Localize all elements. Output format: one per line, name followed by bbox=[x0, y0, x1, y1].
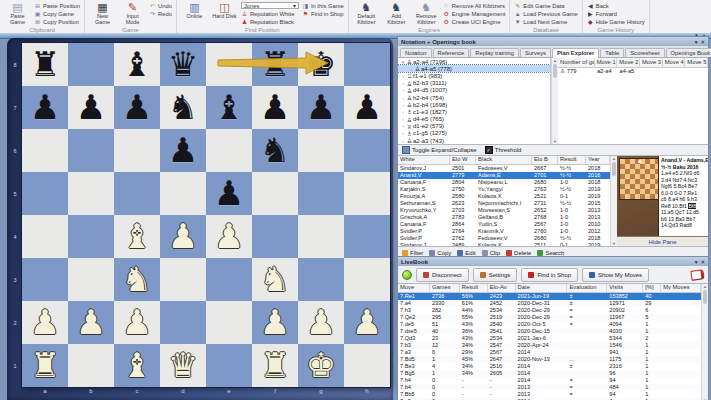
square-d8[interactable]: ♛ bbox=[160, 43, 206, 86]
game-row[interactable]: Karjakin,S2750Yu,Yangyi2763½-½2019 bbox=[398, 186, 610, 193]
square-d4[interactable]: ♟ bbox=[160, 215, 206, 258]
ribbon-item-load-previous-game[interactable]: ▲Load Previous Game bbox=[514, 10, 577, 17]
plan-table-row[interactable]: ♙ 779a2-a4a4-a5 bbox=[558, 68, 708, 76]
disconnect-button[interactable]: Disconnect bbox=[416, 268, 469, 282]
plan-tree-item[interactable]: ›♙d4-e5 (765) bbox=[398, 116, 550, 123]
ribbon-item-edit-game-data[interactable]: ✎Edit Game Data bbox=[514, 2, 577, 9]
square-e8[interactable] bbox=[206, 43, 252, 86]
square-h2[interactable]: ♟ bbox=[344, 301, 390, 344]
connection-status-icon[interactable] bbox=[402, 270, 412, 280]
white-rook[interactable]: ♜ bbox=[252, 344, 298, 387]
livebook-row[interactable]: 7.h40--2014=941 bbox=[398, 377, 701, 384]
tab-surveys[interactable]: Surveys bbox=[520, 48, 551, 57]
black-pawn[interactable]: ♟ bbox=[22, 86, 68, 129]
ribbon-item-copy-game[interactable]: ▣Copy Game bbox=[34, 10, 80, 17]
livebook-title-bar[interactable]: LiveBook ▾ ✕ bbox=[398, 257, 708, 266]
column-header-move[interactable]: Move bbox=[398, 284, 430, 292]
white-pawn[interactable]: ♟ bbox=[160, 215, 206, 258]
square-b1[interactable] bbox=[68, 344, 114, 387]
square-b4[interactable] bbox=[68, 215, 114, 258]
search-button[interactable]: Search bbox=[537, 250, 564, 256]
square-h6[interactable] bbox=[344, 129, 390, 172]
square-g2[interactable]: ♟ bbox=[298, 301, 344, 344]
square-d2[interactable] bbox=[160, 301, 206, 344]
plan-tree-item[interactable]: ›♕d1-e2 (579) bbox=[398, 123, 550, 130]
white-pawn[interactable]: ♟ bbox=[22, 301, 68, 344]
livebook-row[interactable]: 7.h328244%25342020-Dec-29=209026 bbox=[398, 307, 701, 314]
square-f1[interactable]: ♜ bbox=[252, 344, 298, 387]
find-in-shop-button[interactable]: Find in Shop bbox=[521, 268, 578, 282]
black-knight[interactable]: ♞ bbox=[252, 129, 298, 172]
square-f4[interactable] bbox=[252, 215, 298, 258]
ribbon-item-engine-management[interactable]: ⚙Engine Management bbox=[443, 10, 506, 17]
square-h4[interactable] bbox=[344, 215, 390, 258]
black-queen[interactable]: ♛ bbox=[160, 43, 206, 86]
white-pawn[interactable]: ♟ bbox=[68, 301, 114, 344]
white-pawn[interactable]: ♟ bbox=[298, 301, 344, 344]
current-move[interactable]: Bf8 bbox=[688, 203, 696, 209]
square-g6[interactable] bbox=[298, 129, 344, 172]
plan-tree-item[interactable]: ›♙d4-d5 (1007) bbox=[398, 87, 550, 94]
filter-button[interactable]: Filter bbox=[402, 250, 423, 256]
square-d3[interactable] bbox=[160, 258, 206, 301]
ribbon-item-hide-game-history[interactable]: ◆Hide Game History bbox=[587, 18, 645, 25]
ribbon-item-paste-position[interactable]: ⊞Paste Position bbox=[34, 2, 80, 9]
square-c4[interactable]: ♝ bbox=[114, 215, 160, 258]
white-knight[interactable]: ♞ bbox=[114, 258, 160, 301]
square-h3[interactable] bbox=[344, 258, 390, 301]
white-pawn[interactable]: ♟ bbox=[114, 301, 160, 344]
games-table-scrollbar[interactable]: ▲▼ bbox=[610, 156, 617, 246]
game-row[interactable]: Caruana,F2804Nisipeanu,L26801-02018 bbox=[398, 179, 610, 186]
book-icon[interactable] bbox=[690, 269, 704, 281]
white-pawn[interactable]: ♟ bbox=[252, 301, 298, 344]
column-header-games[interactable]: Games bbox=[430, 284, 460, 292]
square-c2[interactable]: ♟ bbox=[114, 301, 160, 344]
notation-title-bar[interactable]: Notation + Openings book ▾ ✕ bbox=[398, 37, 708, 46]
ribbon-item-remove-kibitzer[interactable]: ♞Remove Kibitzer bbox=[413, 1, 440, 25]
square-e5[interactable]: ♟ bbox=[206, 172, 252, 215]
livebook-row[interactable]: 7.Bg5134%26052014961 bbox=[398, 370, 701, 377]
white-knight[interactable]: ♞ bbox=[252, 258, 298, 301]
white-queen[interactable]: ♛ bbox=[160, 344, 206, 387]
livebook-row[interactable]: 7.b40--2013=4841 bbox=[398, 384, 701, 391]
black-pawn[interactable]: ♟ bbox=[344, 86, 390, 129]
livebook-row[interactable]: 7.Be3434%25162014±23161 bbox=[398, 363, 701, 370]
square-c6[interactable] bbox=[114, 129, 160, 172]
white-rook[interactable]: ♜ bbox=[22, 344, 68, 387]
square-e6[interactable] bbox=[206, 129, 252, 172]
show-my-moves-button[interactable]: Show My Moves bbox=[582, 268, 649, 282]
square-c8[interactable]: ♝ bbox=[114, 43, 160, 86]
ribbon-dropdown-jones[interactable]: Jones▾ bbox=[241, 2, 299, 9]
chess-board[interactable]: ♜♝♛♜♚♟♟♟♞♝♟♟♟♟♞♟♝♟♟♞♞♟♟♟♟♟♟♜♝♛♜♚ bbox=[22, 43, 390, 387]
edit-button[interactable]: Edit bbox=[457, 250, 475, 256]
game-row[interactable]: Kryvoruchko,Y2703Movsesian,S26521-02013 bbox=[398, 207, 610, 214]
game-row[interactable]: Caruana,F2864Yudin,S25671-02010 bbox=[398, 221, 610, 228]
ribbon-item-reputation-black[interactable]: ♟Reputation Black bbox=[241, 18, 299, 25]
column-header-result[interactable]: Result bbox=[558, 156, 586, 164]
square-a6[interactable] bbox=[22, 129, 68, 172]
white-bishop[interactable]: ♝ bbox=[114, 344, 160, 387]
column-header[interactable]: Move 4 bbox=[663, 58, 686, 67]
game-row[interactable]: Anand,V2779Adams,E2701½-½2016 bbox=[398, 172, 610, 179]
ribbon-item-input-mode[interactable]: ✎Input Mode bbox=[119, 1, 146, 25]
column-header-black[interactable]: Black bbox=[476, 156, 532, 164]
square-c5[interactable] bbox=[114, 172, 160, 215]
square-b2[interactable]: ♟ bbox=[68, 301, 114, 344]
square-a2[interactable]: ♟ bbox=[22, 301, 68, 344]
plan-tree-item[interactable]: ›♙b2-b4 (1698) bbox=[398, 101, 550, 108]
tab-table[interactable]: Table bbox=[600, 48, 624, 57]
tab-scoresheet[interactable]: Scoresheet bbox=[625, 48, 664, 57]
square-f5[interactable] bbox=[252, 172, 298, 215]
livebook-row[interactable]: 7.Qd32343%25342021-Jan-653442 bbox=[398, 335, 701, 342]
black-king[interactable]: ♚ bbox=[298, 43, 344, 86]
column-header-elo-b[interactable]: Elo B bbox=[532, 156, 558, 164]
ribbon-item-paste-game[interactable]: ▤Paste Game bbox=[4, 1, 31, 25]
square-e1[interactable] bbox=[206, 344, 252, 387]
column-header[interactable]: Move 3 bbox=[640, 58, 663, 67]
game-row[interactable]: Firouzja,A2580Kulaots,K25210-12019 bbox=[398, 193, 610, 200]
livebook-row[interactable]: 7.de55143%25402020-Oct-5=40941 bbox=[398, 321, 701, 328]
black-bishop[interactable]: ♝ bbox=[206, 86, 252, 129]
square-c3[interactable]: ♞ bbox=[114, 258, 160, 301]
ribbon-item-reputation-white[interactable]: ♙Reputation White bbox=[241, 10, 299, 17]
livebook-row[interactable]: 7.Qe229555%25192020-Dec-29=119675 bbox=[398, 314, 701, 321]
